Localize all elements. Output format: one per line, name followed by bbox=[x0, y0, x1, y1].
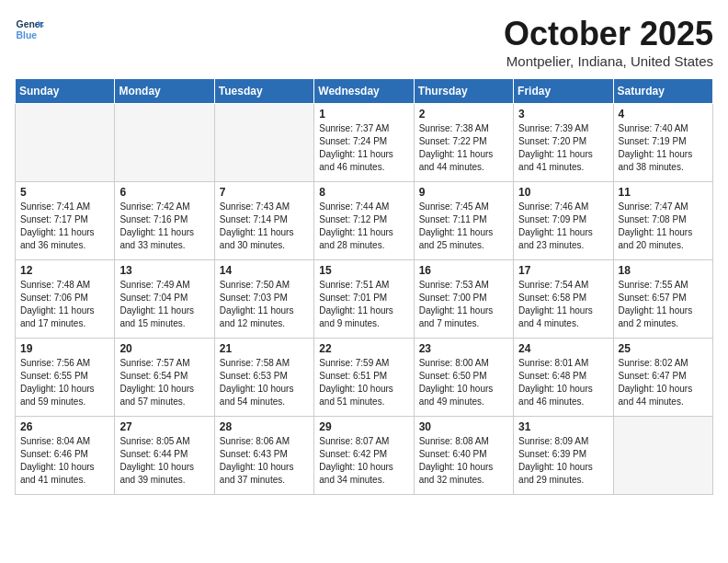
table-row: 15Sunrise: 7:51 AM Sunset: 7:01 PM Dayli… bbox=[314, 260, 414, 339]
table-row: 30Sunrise: 8:08 AM Sunset: 6:40 PM Dayli… bbox=[414, 417, 513, 495]
table-row: 4Sunrise: 7:40 AM Sunset: 7:19 PM Daylig… bbox=[613, 104, 712, 182]
calendar-week-row: 19Sunrise: 7:56 AM Sunset: 6:55 PM Dayli… bbox=[16, 339, 713, 417]
day-number: 17 bbox=[518, 264, 608, 277]
day-info: Sunrise: 7:43 AM Sunset: 7:14 PM Dayligh… bbox=[220, 201, 309, 252]
col-tuesday: Tuesday bbox=[214, 79, 313, 104]
day-number: 25 bbox=[619, 342, 708, 355]
day-info: Sunrise: 8:04 AM Sunset: 6:46 PM Dayligh… bbox=[20, 435, 109, 487]
day-number: 22 bbox=[319, 342, 408, 355]
table-row: 19Sunrise: 7:56 AM Sunset: 6:55 PM Dayli… bbox=[16, 339, 115, 417]
day-info: Sunrise: 7:45 AM Sunset: 7:11 PM Dayligh… bbox=[419, 201, 508, 252]
day-number: 5 bbox=[20, 186, 109, 199]
day-info: Sunrise: 7:55 AM Sunset: 6:57 PM Dayligh… bbox=[619, 279, 708, 330]
table-row bbox=[613, 417, 712, 495]
calendar-week-row: 26Sunrise: 8:04 AM Sunset: 6:46 PM Dayli… bbox=[16, 417, 713, 495]
day-number: 2 bbox=[419, 108, 508, 121]
calendar-week-row: 12Sunrise: 7:48 AM Sunset: 7:06 PM Dayli… bbox=[16, 260, 713, 339]
day-info: Sunrise: 8:07 AM Sunset: 6:42 PM Dayligh… bbox=[319, 435, 408, 487]
day-info: Sunrise: 7:46 AM Sunset: 7:09 PM Dayligh… bbox=[518, 201, 608, 252]
logo-icon: General Blue bbox=[15, 15, 44, 44]
table-row: 7Sunrise: 7:43 AM Sunset: 7:14 PM Daylig… bbox=[214, 182, 313, 260]
table-row: 29Sunrise: 8:07 AM Sunset: 6:42 PM Dayli… bbox=[314, 417, 414, 495]
title-block: October 2025 Montpelier, Indiana, United… bbox=[504, 15, 713, 69]
day-info: Sunrise: 7:38 AM Sunset: 7:22 PM Dayligh… bbox=[419, 122, 508, 174]
day-number: 24 bbox=[518, 342, 608, 355]
day-info: Sunrise: 7:42 AM Sunset: 7:16 PM Dayligh… bbox=[119, 201, 209, 252]
table-row: 3Sunrise: 7:39 AM Sunset: 7:20 PM Daylig… bbox=[514, 104, 613, 182]
table-row: 25Sunrise: 8:02 AM Sunset: 6:47 PM Dayli… bbox=[613, 339, 712, 417]
day-info: Sunrise: 7:50 AM Sunset: 7:03 PM Dayligh… bbox=[220, 279, 309, 330]
table-row: 9Sunrise: 7:45 AM Sunset: 7:11 PM Daylig… bbox=[414, 182, 513, 260]
table-row: 21Sunrise: 7:58 AM Sunset: 6:53 PM Dayli… bbox=[214, 339, 313, 417]
day-number: 21 bbox=[220, 342, 309, 355]
day-number: 16 bbox=[419, 264, 508, 277]
day-number: 6 bbox=[119, 186, 209, 199]
table-row: 1Sunrise: 7:37 AM Sunset: 7:24 PM Daylig… bbox=[314, 104, 414, 182]
table-row: 16Sunrise: 7:53 AM Sunset: 7:00 PM Dayli… bbox=[414, 260, 513, 339]
table-row: 26Sunrise: 8:04 AM Sunset: 6:46 PM Dayli… bbox=[16, 417, 115, 495]
day-info: Sunrise: 7:54 AM Sunset: 6:58 PM Dayligh… bbox=[518, 279, 608, 330]
table-row: 28Sunrise: 8:06 AM Sunset: 6:43 PM Dayli… bbox=[214, 417, 313, 495]
day-info: Sunrise: 7:59 AM Sunset: 6:51 PM Dayligh… bbox=[319, 357, 408, 408]
day-info: Sunrise: 8:09 AM Sunset: 6:39 PM Dayligh… bbox=[518, 435, 608, 487]
table-row: 2Sunrise: 7:38 AM Sunset: 7:22 PM Daylig… bbox=[414, 104, 513, 182]
day-number: 19 bbox=[20, 342, 109, 355]
day-number: 8 bbox=[319, 186, 408, 199]
day-number: 12 bbox=[20, 264, 109, 277]
calendar-header-row: Sunday Monday Tuesday Wednesday Thursday… bbox=[16, 79, 713, 104]
calendar-week-row: 1Sunrise: 7:37 AM Sunset: 7:24 PM Daylig… bbox=[16, 104, 713, 182]
col-wednesday: Wednesday bbox=[314, 79, 414, 104]
calendar-table: Sunday Monday Tuesday Wednesday Thursday… bbox=[15, 78, 713, 495]
day-info: Sunrise: 8:00 AM Sunset: 6:50 PM Dayligh… bbox=[419, 357, 508, 408]
table-row: 8Sunrise: 7:44 AM Sunset: 7:12 PM Daylig… bbox=[314, 182, 414, 260]
day-number: 26 bbox=[20, 420, 109, 433]
day-number: 10 bbox=[518, 186, 608, 199]
day-number: 31 bbox=[518, 420, 608, 433]
svg-text:Blue: Blue bbox=[17, 30, 38, 40]
logo: General Blue bbox=[15, 15, 44, 44]
table-row bbox=[16, 104, 115, 182]
day-number: 1 bbox=[319, 108, 408, 121]
table-row: 27Sunrise: 8:05 AM Sunset: 6:44 PM Dayli… bbox=[115, 417, 214, 495]
day-number: 15 bbox=[319, 264, 408, 277]
day-info: Sunrise: 7:40 AM Sunset: 7:19 PM Dayligh… bbox=[619, 122, 708, 174]
day-info: Sunrise: 7:39 AM Sunset: 7:20 PM Dayligh… bbox=[518, 122, 608, 174]
day-number: 14 bbox=[220, 264, 309, 277]
table-row: 20Sunrise: 7:57 AM Sunset: 6:54 PM Dayli… bbox=[115, 339, 214, 417]
day-number: 4 bbox=[619, 108, 708, 121]
table-row: 22Sunrise: 7:59 AM Sunset: 6:51 PM Dayli… bbox=[314, 339, 414, 417]
table-row: 31Sunrise: 8:09 AM Sunset: 6:39 PM Dayli… bbox=[514, 417, 613, 495]
day-number: 23 bbox=[419, 342, 508, 355]
table-row bbox=[115, 104, 214, 182]
day-info: Sunrise: 7:57 AM Sunset: 6:54 PM Dayligh… bbox=[119, 357, 209, 408]
day-number: 27 bbox=[119, 420, 209, 433]
day-info: Sunrise: 7:49 AM Sunset: 7:04 PM Dayligh… bbox=[119, 279, 209, 330]
day-number: 29 bbox=[319, 420, 408, 433]
col-monday: Monday bbox=[115, 79, 214, 104]
day-info: Sunrise: 7:37 AM Sunset: 7:24 PM Dayligh… bbox=[319, 122, 408, 174]
col-saturday: Saturday bbox=[613, 79, 712, 104]
table-row: 13Sunrise: 7:49 AM Sunset: 7:04 PM Dayli… bbox=[115, 260, 214, 339]
day-info: Sunrise: 7:44 AM Sunset: 7:12 PM Dayligh… bbox=[319, 201, 408, 252]
col-friday: Friday bbox=[514, 79, 613, 104]
table-row: 12Sunrise: 7:48 AM Sunset: 7:06 PM Dayli… bbox=[16, 260, 115, 339]
day-number: 18 bbox=[619, 264, 708, 277]
table-row: 23Sunrise: 8:00 AM Sunset: 6:50 PM Dayli… bbox=[414, 339, 513, 417]
table-row: 5Sunrise: 7:41 AM Sunset: 7:17 PM Daylig… bbox=[16, 182, 115, 260]
calendar-week-row: 5Sunrise: 7:41 AM Sunset: 7:17 PM Daylig… bbox=[16, 182, 713, 260]
day-number: 30 bbox=[419, 420, 508, 433]
table-row: 11Sunrise: 7:47 AM Sunset: 7:08 PM Dayli… bbox=[613, 182, 712, 260]
day-info: Sunrise: 8:01 AM Sunset: 6:48 PM Dayligh… bbox=[518, 357, 608, 408]
calendar-subtitle: Montpelier, Indiana, United States bbox=[504, 53, 713, 69]
day-info: Sunrise: 7:53 AM Sunset: 7:00 PM Dayligh… bbox=[419, 279, 508, 330]
day-number: 3 bbox=[518, 108, 608, 121]
table-row bbox=[214, 104, 313, 182]
day-number: 28 bbox=[220, 420, 309, 433]
page-header: General Blue October 2025 Montpelier, In… bbox=[15, 15, 713, 69]
table-row: 18Sunrise: 7:55 AM Sunset: 6:57 PM Dayli… bbox=[613, 260, 712, 339]
day-info: Sunrise: 7:56 AM Sunset: 6:55 PM Dayligh… bbox=[20, 357, 109, 408]
day-info: Sunrise: 7:48 AM Sunset: 7:06 PM Dayligh… bbox=[20, 279, 109, 330]
day-info: Sunrise: 7:51 AM Sunset: 7:01 PM Dayligh… bbox=[319, 279, 408, 330]
day-number: 11 bbox=[619, 186, 708, 199]
day-info: Sunrise: 8:02 AM Sunset: 6:47 PM Dayligh… bbox=[619, 357, 708, 408]
